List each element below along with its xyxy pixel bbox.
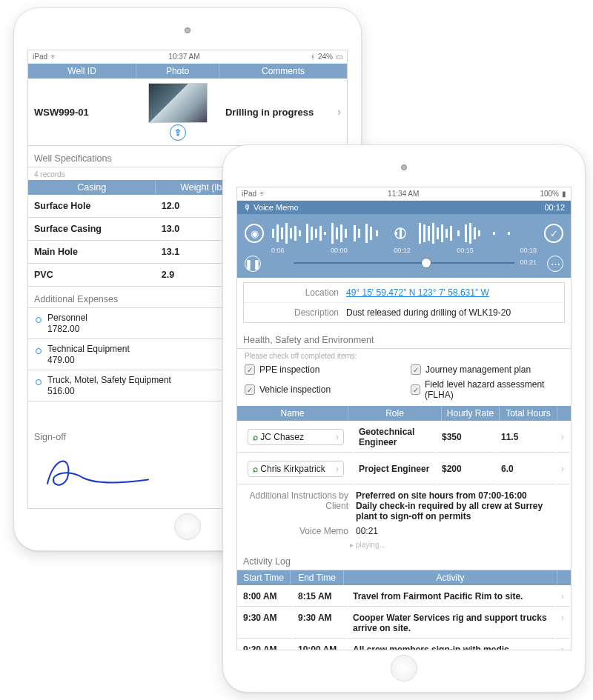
location-value[interactable]: 49° 15' 59.472" N 123° 7' 58.631" W: [346, 287, 558, 298]
record-button[interactable]: ◉: [245, 224, 264, 243]
svg-rect-4: [290, 228, 292, 239]
col-rate: Hourly Rate: [442, 406, 500, 421]
svg-rect-37: [508, 232, 510, 235]
activity-table-header: Start Time End Time Activity: [237, 570, 571, 585]
table-row[interactable]: 8:00 AM8:15 AMTravel from Fairmont Pacif…: [239, 587, 569, 607]
checkbox-icon[interactable]: ✓: [245, 384, 255, 395]
svg-rect-11: [324, 232, 326, 235]
hours-cell: 6.0: [497, 454, 554, 484]
chevron-right-icon: ›: [336, 432, 339, 442]
voice-memo-badge: 00:12: [544, 203, 565, 212]
hours-cell: 11.5: [497, 422, 554, 453]
confirm-button[interactable]: ✓: [544, 224, 563, 243]
activity-cell: Cooper Water Services rig and support tr…: [348, 608, 554, 639]
voice-memo-title: Voice Memo: [254, 203, 299, 212]
share-button[interactable]: ⇪: [170, 124, 186, 141]
checkbox-icon[interactable]: ✓: [411, 384, 420, 395]
table-row[interactable]: 9:30 AM9:30 AMCooper Water Services rig …: [239, 608, 569, 639]
activity-table: 8:00 AM8:15 AMTravel from Fairmont Pacif…: [237, 585, 571, 650]
checkbox-icon[interactable]: ✓: [245, 364, 255, 375]
svg-rect-1: [276, 224, 279, 242]
svg-rect-18: [365, 224, 368, 243]
check-label: Journey management plan: [425, 364, 531, 375]
svg-rect-16: [354, 225, 356, 241]
well-photo-thumbnail[interactable]: [148, 83, 208, 123]
signature-icon: [36, 450, 154, 494]
chevron-right-icon[interactable]: ›: [556, 587, 569, 607]
start-cell: 9:30 AM: [239, 640, 292, 650]
svg-rect-32: [465, 224, 467, 242]
crew-name-picker[interactable]: ⌕ JC Chasez›: [248, 429, 344, 445]
svg-rect-8: [311, 227, 313, 240]
wifi-icon: ᯤ: [259, 190, 267, 198]
carrier-label: iPad: [242, 190, 256, 198]
activity-cell: All crew members sign-in with medic.Cond…: [348, 640, 554, 650]
battery-label: 24%: [318, 53, 333, 61]
mic-icon: 🎙: [243, 203, 251, 212]
svg-rect-20: [376, 230, 378, 236]
well-id-value: WSW999-01: [28, 104, 136, 121]
col-role: Role: [348, 406, 442, 421]
battery-icon: ▮: [562, 190, 566, 198]
home-button[interactable]: [174, 513, 201, 540]
screen-right: iPad ᯤ 11:34 AM 100% ▮ 🎙 Voice Memo 00:1…: [236, 187, 572, 650]
svg-rect-35: [478, 230, 480, 236]
chevron-right-icon[interactable]: ›: [556, 454, 569, 484]
svg-rect-24: [423, 224, 425, 242]
status-bar: iPad ᯤ 10:37 AM ᚼ 24% ▭: [28, 50, 347, 64]
clock-label: 11:34 AM: [388, 190, 419, 198]
chevron-right-icon[interactable]: ›: [556, 422, 569, 453]
check-item[interactable]: ✓Field level hazard assessment (FLHA): [411, 379, 563, 400]
memo-value: 00:21: [356, 526, 563, 536]
role-cell: Project Engineer: [354, 454, 436, 484]
checkbox-icon[interactable]: ✓: [411, 364, 421, 375]
svg-rect-36: [493, 232, 495, 235]
svg-rect-30: [450, 226, 452, 241]
check-item[interactable]: ✓Vehicle inspection: [245, 379, 397, 400]
wifi-icon: ᯤ: [50, 53, 58, 61]
svg-rect-9: [315, 229, 317, 238]
status-bar: iPad ᯤ 11:34 AM 100% ▮: [237, 187, 571, 201]
col-end: End Time: [291, 570, 344, 585]
pause-button[interactable]: ❚❚: [245, 256, 261, 272]
check-item[interactable]: ✓PPE inspection: [245, 364, 397, 375]
home-button[interactable]: [391, 655, 417, 681]
rate-cell: $200: [437, 454, 495, 484]
svg-rect-26: [432, 223, 434, 244]
chevron-right-icon[interactable]: ›: [556, 640, 569, 650]
col-hours: Total Hours: [500, 406, 557, 421]
svg-rect-28: [441, 224, 443, 242]
more-button[interactable]: ⋯: [547, 256, 563, 272]
crew-name-picker[interactable]: ⌕ Chris Kirkpatrick›: [248, 461, 344, 477]
svg-rect-34: [474, 227, 476, 239]
svg-rect-10: [319, 226, 322, 241]
chevron-right-icon[interactable]: ›: [331, 102, 347, 121]
chevron-right-icon[interactable]: ›: [556, 608, 569, 639]
svg-rect-6: [299, 230, 301, 236]
svg-rect-17: [358, 229, 360, 238]
svg-rect-15: [345, 229, 347, 238]
well-row[interactable]: WSW999-01 ⇪ Drilling in progress ›: [28, 79, 347, 146]
table-row[interactable]: ⌕ Chris Kirkpatrick›Project Engineer$200…: [239, 454, 569, 484]
casing-cell: Surface Casing: [28, 218, 156, 241]
playback-slider[interactable]: 00:21: [294, 258, 514, 268]
memo-info-box: Location 49° 15' 59.472" N 123° 7' 58.63…: [243, 282, 565, 323]
ipad-right: iPad ᯤ 11:34 AM 100% ▮ 🎙 Voice Memo 00:1…: [222, 144, 586, 693]
instructions-label: Additional Instructions by Client: [245, 490, 348, 521]
casing-cell: Main Hole: [28, 241, 156, 264]
end-cell: 9:30 AM: [294, 608, 347, 639]
camera-dot: [185, 27, 191, 33]
well-table-header: Well ID Photo Comments: [28, 64, 347, 79]
table-row[interactable]: ⌕ JC Chasez›Geotechnical Engineer$35011.…: [239, 422, 569, 453]
carrier-label: iPad: [33, 53, 47, 61]
description-value: Dust released during drilling of WLK19-2…: [346, 307, 558, 318]
svg-rect-31: [457, 230, 460, 236]
location-label: Location: [250, 287, 339, 298]
svg-rect-3: [285, 223, 288, 244]
rate-cell: $350: [437, 422, 495, 453]
svg-rect-22: [400, 229, 402, 238]
svg-rect-12: [331, 223, 334, 244]
table-row[interactable]: 9:30 AM10:00 AMAll crew members sign-in …: [239, 640, 569, 650]
check-item[interactable]: ✓Journey management plan: [411, 364, 563, 375]
col-start: Start Time: [237, 570, 291, 585]
